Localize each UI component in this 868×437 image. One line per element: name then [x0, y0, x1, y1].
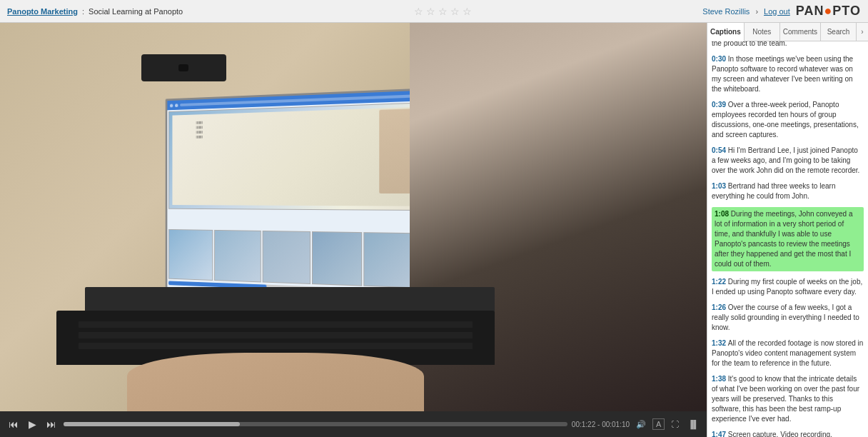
transcript-timestamp[interactable]: 0:54	[712, 146, 728, 154]
transcript-timestamp[interactable]: 1:32	[712, 339, 728, 347]
transcript-entry: 0:54 Hi I'm Bertrand Lee, I just joined …	[712, 146, 864, 176]
transcript-timestamp[interactable]: 1:47	[712, 431, 728, 437]
user-name: Steve Rozillis	[702, 7, 750, 16]
transcript-entry: 1:26 Over the course of a few weeks, I g…	[712, 303, 864, 333]
star-3[interactable]: ☆	[438, 6, 448, 17]
video-background: IIIIIIIIIIIIIIIIIIIIIIIIIIII	[0, 23, 707, 411]
topbar-subtitle: Social Learning at Panopto	[89, 7, 183, 16]
star-4[interactable]: ☆	[450, 6, 460, 17]
transcript-timestamp[interactable]: 0:39	[712, 101, 728, 109]
transcript-entry: 0:39 Over a three-week period, Panopto e…	[712, 100, 864, 140]
transcript-entry: 1:32 All of the recorded footage is now …	[712, 338, 864, 368]
transcript-timestamp[interactable]: 0:30	[712, 55, 728, 63]
transcript-timestamp[interactable]: 1:03	[712, 182, 728, 190]
transcript-timestamp[interactable]: 1:22	[712, 278, 728, 286]
transcript-entry: 1:22 During my first couple of weeks on …	[712, 277, 864, 297]
tab-search[interactable]: Search	[821, 23, 857, 41]
video-area: IIIIIIIIIIIIIIIIIIIIIIIIIIII	[0, 23, 707, 437]
play-button[interactable]: ▶	[26, 417, 39, 431]
topbar-title-link[interactable]: Panopto Marketing	[7, 7, 78, 16]
logout-link[interactable]: Log out	[764, 7, 790, 16]
topbar-left: Panopto Marketing : Social Learning at P…	[7, 7, 183, 16]
transcript-timestamp[interactable]: 1:08	[715, 210, 731, 218]
star-1[interactable]: ☆	[414, 6, 423, 17]
panel-tabs: Captions Notes Comments Search ›	[707, 23, 868, 41]
fast-forward-button[interactable]: ⏭	[44, 417, 59, 431]
panopto-logo: PAN●PTO	[796, 4, 861, 19]
topbar-arrow: ›	[755, 7, 758, 16]
rewind-button[interactable]: ⏮	[6, 417, 21, 431]
main-content: IIIIIIIIIIIIIIIIIIIIIIIIIIII	[0, 23, 868, 437]
transcript-entry: 0:30 In those meetings we've been using …	[712, 54, 864, 94]
captions-button[interactable]: A	[652, 418, 665, 430]
video-content: IIIIIIIIIIIIIIIIIIIIIIIIIIII	[0, 23, 707, 411]
time-display: 00:1:22 - 00:01:10	[572, 421, 630, 428]
topbar-separator: :	[82, 7, 84, 16]
topbar: Panopto Marketing : Social Learning at P…	[0, 0, 868, 23]
transcript-entry: 1:03 Bertrand had three weeks to learn e…	[712, 181, 864, 201]
transcript-area: 0:03 Hi I'm John Ketchpaw and this Frida…	[707, 41, 868, 437]
star-5[interactable]: ☆	[463, 6, 472, 17]
tab-notes[interactable]: Notes	[745, 23, 780, 41]
camera-device	[141, 54, 226, 81]
fullscreen-button[interactable]: ⛶	[669, 418, 681, 430]
topbar-right: Steve Rozillis › Log out PAN●PTO	[702, 4, 861, 19]
video-controls: ⏮ ▶ ⏭ 00:1:22 - 00:01:10 🔊 A ⛶ ▐▌	[0, 411, 707, 437]
transcript-entry: 1:38 It's good to know that the intricat…	[712, 374, 864, 424]
hand	[127, 353, 424, 411]
panel-next-arrow[interactable]: ›	[857, 23, 868, 41]
transcript-entry: 1:08 During the meetings, John conveyed …	[712, 207, 864, 271]
tab-comments[interactable]: Comments	[780, 23, 821, 41]
transcript-timestamp[interactable]: 1:26	[712, 303, 728, 311]
time-current: 00:1:22	[572, 421, 595, 428]
volume-button[interactable]: 🔊	[634, 418, 648, 431]
transcript-entry: 1:47 Screen capture. Video recording. We…	[712, 430, 864, 437]
video-frame[interactable]: IIIIIIIIIIIIIIIIIIIIIIIIIIII	[0, 23, 707, 411]
tab-captions[interactable]: Captions	[707, 23, 745, 41]
time-total: 00:01:10	[602, 421, 630, 428]
progress-bar[interactable]	[64, 422, 567, 426]
quality-button[interactable]: ▐▌	[685, 418, 701, 430]
transcript-entry: 0:22 Over the past few weeks, we've done…	[712, 41, 864, 49]
star-2[interactable]: ☆	[426, 6, 435, 17]
transcript-timestamp[interactable]: 1:38	[712, 375, 728, 383]
right-panel: Captions Notes Comments Search › 0:03 Hi…	[707, 23, 868, 437]
star-rating[interactable]: ☆ ☆ ☆ ☆ ☆	[414, 6, 472, 17]
progress-fill	[64, 422, 240, 426]
